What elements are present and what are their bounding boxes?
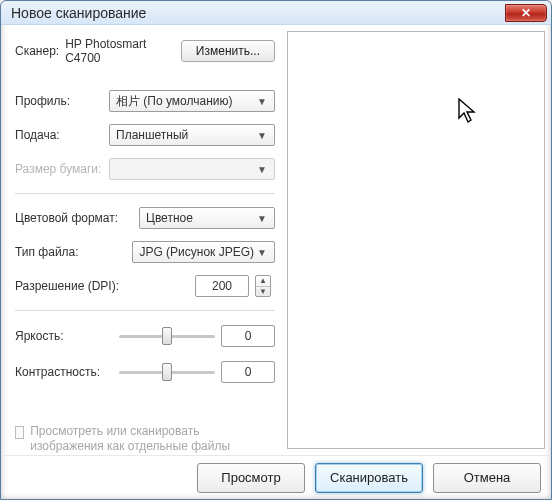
spinner-up-icon[interactable]: ▲: [256, 276, 270, 287]
source-value: Планшетный: [116, 128, 254, 142]
color-value: Цветное: [146, 211, 254, 225]
slider-thumb[interactable]: [162, 363, 172, 381]
source-label: Подача:: [15, 128, 103, 142]
scanner-label: Сканер:: [15, 44, 59, 58]
chevron-down-icon: ▼: [254, 164, 270, 175]
separate-files-checkbox: [15, 426, 24, 439]
scanner-value: HP Photosmart C4700: [65, 37, 169, 65]
close-button[interactable]: ✕: [505, 4, 547, 22]
separator: [15, 193, 275, 194]
profile-label: Профиль:: [15, 94, 103, 108]
paper-size-select: ▼: [109, 158, 275, 180]
cancel-button[interactable]: Отмена: [433, 463, 541, 493]
button-bar: Просмотр Сканировать Отмена: [1, 455, 551, 499]
change-scanner-button[interactable]: Изменить...: [181, 40, 275, 62]
scan-button[interactable]: Сканировать: [315, 463, 423, 493]
dpi-label: Разрешение (DPI):: [15, 279, 133, 293]
source-select[interactable]: Планшетный ▼: [109, 124, 275, 146]
contrast-label: Контрастность:: [15, 365, 113, 379]
chevron-down-icon: ▼: [254, 213, 270, 224]
separator: [15, 310, 275, 311]
preview-button[interactable]: Просмотр: [197, 463, 305, 493]
titlebar[interactable]: Новое сканирование ✕: [1, 1, 551, 25]
separate-files-label: Просмотреть или сканировать изображения …: [30, 424, 275, 455]
window-title: Новое сканирование: [11, 5, 505, 21]
preview-area[interactable]: [287, 31, 545, 449]
filetype-value: JPG (Рисунок JPEG): [139, 245, 254, 259]
cursor-icon: [458, 98, 478, 126]
spinner-down-icon[interactable]: ▼: [256, 287, 270, 297]
dpi-spinner[interactable]: ▲ ▼: [255, 275, 271, 297]
chevron-down-icon: ▼: [254, 96, 270, 107]
settings-pane: Сканер: HP Photosmart C4700 Изменить... …: [7, 31, 279, 455]
dpi-input[interactable]: 200: [195, 275, 249, 297]
contrast-value[interactable]: 0: [221, 361, 275, 383]
brightness-label: Яркость:: [15, 329, 113, 343]
color-format-select[interactable]: Цветное ▼: [139, 207, 275, 229]
paper-label: Размер бумаги:: [15, 162, 103, 176]
chevron-down-icon: ▼: [254, 247, 270, 258]
chevron-down-icon: ▼: [254, 130, 270, 141]
close-icon: ✕: [521, 6, 531, 20]
brightness-value[interactable]: 0: [221, 325, 275, 347]
dialog-window: Новое сканирование ✕ Сканер: HP Photosma…: [0, 0, 552, 500]
color-label: Цветовой формат:: [15, 211, 133, 225]
brightness-slider[interactable]: [119, 325, 215, 347]
filetype-label: Тип файла:: [15, 245, 126, 259]
slider-thumb[interactable]: [162, 327, 172, 345]
profile-value: 相片 (По умолчанию): [116, 93, 254, 110]
contrast-slider[interactable]: [119, 361, 215, 383]
filetype-select[interactable]: JPG (Рисунок JPEG) ▼: [132, 241, 275, 263]
profile-select[interactable]: 相片 (По умолчанию) ▼: [109, 90, 275, 112]
